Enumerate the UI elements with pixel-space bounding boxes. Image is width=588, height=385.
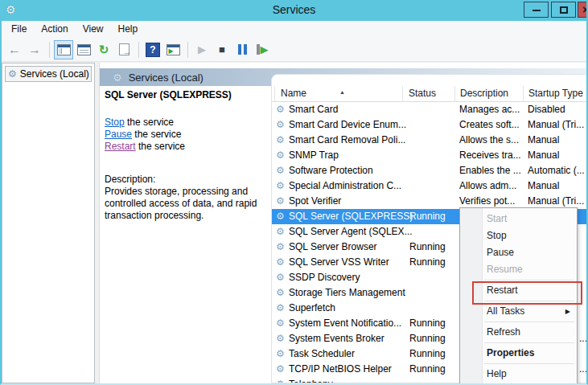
context-menu-separator — [484, 342, 574, 343]
service-description: Provides storage, processing and control… — [105, 186, 275, 222]
forward-button[interactable]: → — [25, 40, 44, 59]
service-status: Running — [409, 348, 446, 360]
service-name: Spot Verifier — [289, 195, 341, 207]
service-name: SQL Server VSS Writer — [289, 256, 389, 268]
context-menu-item-help[interactable]: Help — [483, 366, 577, 383]
maximize-icon — [560, 6, 568, 14]
context-menu-separator — [484, 322, 574, 322]
service-gear-icon: ⚙ — [276, 104, 285, 116]
pause-icon — [238, 44, 247, 55]
context-menu-item-start: Start — [483, 211, 577, 227]
service-gear-icon: ⚙ — [276, 256, 285, 268]
service-link-stop: Stop the service — [105, 117, 185, 129]
back-button[interactable]: ← — [5, 40, 24, 59]
menu-view[interactable]: View — [76, 21, 111, 35]
pause-service-button[interactable] — [232, 40, 252, 59]
export-list-button[interactable]: → — [114, 40, 134, 59]
service-startup-type: Manual — [528, 180, 559, 192]
refresh-icon: ↻ — [99, 44, 109, 55]
service-name: SSDP Discovery — [289, 272, 360, 284]
service-status: Running — [409, 211, 446, 223]
service-gear-icon: ⚙ — [276, 119, 285, 131]
start-service-button[interactable]: ▶ — [192, 40, 212, 59]
list-column-headers: Name ▲ Status Description Startup Type — [272, 86, 587, 102]
stop-icon: ■ — [219, 44, 225, 55]
menu-help[interactable]: Help — [111, 21, 146, 35]
service-link-restart: Restart the service — [105, 141, 185, 153]
service-description-cell: Enables the ... — [459, 165, 521, 177]
restart-icon: ▶ — [257, 44, 269, 55]
service-row-snmp-trap[interactable]: ⚙SNMP TrapReceives tra...Manual — [272, 148, 587, 163]
context-menu-item-all-tasks[interactable]: All Tasks▶ — [483, 303, 577, 320]
service-startup-type: Manual — [528, 134, 559, 146]
maximize-button[interactable] — [551, 2, 576, 18]
stop-service-link[interactable]: Stop — [105, 117, 125, 128]
link-suffix: the service — [132, 129, 181, 140]
stop-service-button[interactable]: ■ — [212, 40, 232, 59]
refresh-view-button[interactable]: ↻ — [94, 40, 113, 59]
service-gear-icon: ⚙ — [276, 226, 285, 238]
service-row-special-administration-c[interactable]: ⚙Special Administration C...Allows adm..… — [272, 178, 587, 194]
column-header-status[interactable]: Status — [403, 86, 455, 102]
service-row-software-protection[interactable]: ⚙Software ProtectionEnables the ...Autom… — [272, 163, 587, 178]
properties-window-button[interactable] — [74, 40, 93, 59]
console-tree-panel: ⚙ Services (Local) — [2, 63, 95, 383]
menubar: FileActionViewHelp — [0, 21, 588, 38]
service-name: Task Scheduler — [289, 348, 355, 360]
toolbar: ←→↻→?▶▶■▶ — [0, 38, 588, 62]
menu-file[interactable]: File — [4, 21, 34, 35]
context-menu-item-resume: Resume — [483, 261, 577, 278]
context-menu-item-stop[interactable]: Stop — [483, 227, 577, 244]
service-gear-icon: ⚙ — [276, 165, 285, 177]
service-gear-icon: ⚙ — [276, 241, 285, 253]
console-tree-icon — [57, 44, 71, 55]
show-action-pane-button[interactable]: ▶ — [163, 40, 183, 59]
link-suffix: the service — [125, 117, 174, 128]
service-description-cell: Allows adm... — [459, 180, 516, 192]
tree-item-label: Services (Local) — [20, 68, 89, 80]
menu-action[interactable]: Action — [34, 21, 75, 35]
service-gear-icon: ⚙ — [276, 211, 285, 223]
context-menu-separator — [484, 363, 574, 364]
back-arrow-icon: ← — [8, 44, 21, 55]
restart-service-button[interactable]: ▶ — [253, 40, 272, 59]
sort-ascending-icon: ▲ — [339, 84, 345, 100]
description-label: Description: — [105, 174, 155, 185]
forward-arrow-icon: → — [28, 44, 41, 55]
tree-item-services-local[interactable]: ⚙ Services (Local) — [5, 66, 92, 82]
service-gear-icon: ⚙ — [276, 333, 285, 345]
service-gear-icon: ⚙ — [276, 287, 285, 299]
service-gear-icon: ⚙ — [276, 149, 285, 162]
context-menu-item-pause[interactable]: Pause — [483, 244, 577, 261]
help-button[interactable]: ? — [143, 40, 162, 59]
show-console-tree-button[interactable] — [54, 40, 73, 59]
minimize-button[interactable] — [524, 2, 549, 18]
service-row-smart-card[interactable]: ⚙Smart CardManages ac...Disabled — [272, 102, 587, 117]
close-button[interactable]: × — [578, 2, 588, 18]
occluded-startup-text: ... — [579, 363, 587, 375]
minimize-icon — [532, 10, 541, 11]
link-suffix: the service — [136, 141, 185, 152]
restart-service-link[interactable]: Restart — [105, 141, 136, 152]
service-gear-icon: ⚙ — [276, 195, 285, 207]
service-status: Running — [409, 317, 446, 330]
column-header-description[interactable]: Description — [455, 86, 524, 102]
service-name: Smart Card — [289, 104, 338, 116]
service-description-cell: Manages ac... — [459, 104, 520, 116]
service-row-smart-card-device-enum[interactable]: ⚙Smart Card Device Enum...Creates soft..… — [272, 117, 587, 133]
service-row-smart-card-removal-poli[interactable]: ⚙Smart Card Removal Poli...Allows the s.… — [272, 133, 587, 148]
service-status: Running — [409, 363, 446, 375]
column-header-startup-type[interactable]: Startup Type — [524, 86, 588, 102]
service-name: SQL Server (SQLEXPRESS) — [289, 211, 413, 223]
titlebar: ⚙ Services × — [0, 0, 588, 21]
services-gear-icon: ⚙ — [8, 68, 17, 80]
occluded-startup-text: ... — [579, 333, 587, 345]
service-startup-type: Manual — [528, 149, 559, 162]
service-name: Telephony — [289, 379, 333, 383]
context-menu-item-refresh[interactable]: Refresh — [483, 324, 577, 341]
pause-service-link[interactable]: Pause — [105, 129, 132, 140]
column-header-name[interactable]: Name ▲ — [274, 86, 403, 102]
service-name: Storage Tiers Management — [289, 287, 405, 299]
context-menu-item-properties[interactable]: Properties — [483, 345, 577, 362]
submenu-arrow-icon: ▶ — [565, 303, 570, 320]
